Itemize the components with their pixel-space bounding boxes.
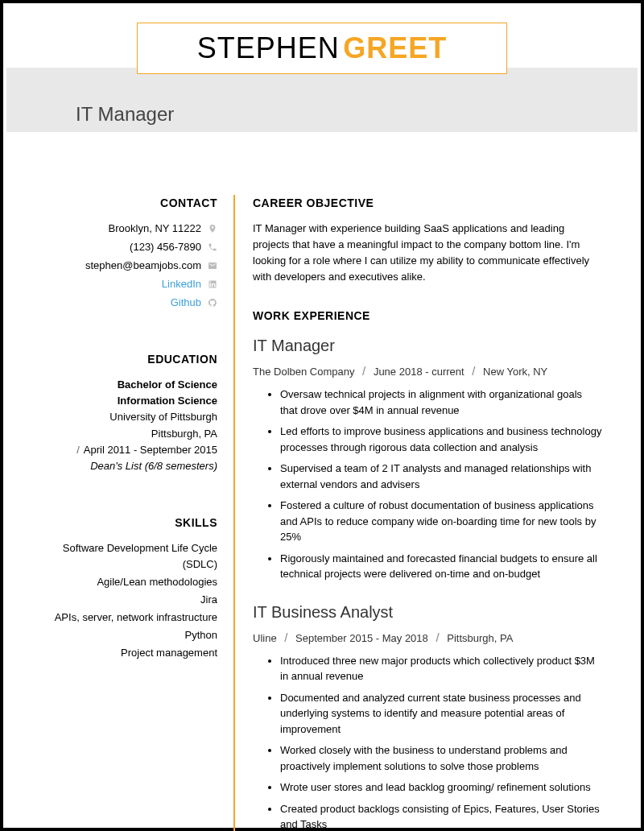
envelope-icon bbox=[208, 261, 217, 271]
first-name: STEPHEN bbox=[197, 31, 340, 64]
edu-field: Information Science bbox=[42, 393, 217, 409]
bullet: Fostered a culture of robust documentati… bbox=[280, 498, 602, 545]
content: STEPHEN GREET IT Manager CONTACT Brookly… bbox=[3, 23, 641, 831]
left-column: CONTACT Brooklyn, NY 11222 (123) 456-789… bbox=[42, 195, 235, 831]
github-icon bbox=[208, 298, 217, 308]
education-section: EDUCATION Bachelor of Science Informatio… bbox=[42, 351, 217, 474]
map-pin-icon bbox=[208, 224, 217, 234]
job-block: IT Manager The Dolben Company / June 201… bbox=[253, 333, 602, 582]
contact-linkedin[interactable]: LinkedIn bbox=[42, 276, 217, 292]
edu-school-location: Pittsburgh, PA bbox=[42, 426, 217, 442]
job-location: Pittsburgh, PA bbox=[447, 632, 513, 644]
job-company: Uline bbox=[253, 632, 277, 644]
edu-school: University of Pittsburgh bbox=[42, 409, 217, 425]
skill-item: Agile/Lean methodologies bbox=[42, 574, 217, 590]
experience-heading: WORK EXPERIENCE bbox=[253, 308, 602, 325]
bullet: Wrote user stores and lead backlog groom… bbox=[280, 779, 602, 796]
job-bullets: Oversaw technical projects in alignment … bbox=[253, 387, 602, 582]
bullet: Worked closely with the business to unde… bbox=[280, 742, 602, 774]
objective-heading: CAREER OBJECTIVE bbox=[253, 195, 602, 213]
skill-item: APIs, server, network infrastructure bbox=[42, 610, 217, 626]
contact-phone-text: (123) 456-7890 bbox=[130, 239, 201, 255]
objective-section: CAREER OBJECTIVE IT Manager with experie… bbox=[253, 195, 602, 285]
bullet: Supervised a team of 2 IT analysts and m… bbox=[280, 461, 602, 492]
phone-icon bbox=[208, 242, 217, 252]
contact-github-text: Github bbox=[171, 295, 201, 311]
columns: CONTACT Brooklyn, NY 11222 (123) 456-789… bbox=[42, 195, 602, 831]
contact-email: stephen@beamjobs.com bbox=[42, 258, 217, 274]
job-meta: The Dolben Company / June 2018 - current… bbox=[253, 362, 602, 380]
contact-section: CONTACT Brooklyn, NY 11222 (123) 456-789… bbox=[42, 195, 217, 311]
contact-heading: CONTACT bbox=[42, 195, 217, 213]
contact-location: Brooklyn, NY 11222 bbox=[42, 221, 217, 237]
name-box: STEPHEN GREET bbox=[137, 23, 507, 74]
skills-section: SKILLS Software Development Life Cycle (… bbox=[42, 515, 217, 662]
bullet: Introduced three new major products whic… bbox=[280, 653, 602, 684]
linkedin-icon bbox=[208, 279, 217, 289]
skill-item: Software Development Life Cycle (SDLC) bbox=[42, 540, 217, 573]
experience-section: WORK EXPERIENCE IT Manager The Dolben Co… bbox=[253, 308, 602, 831]
job-block: IT Business Analyst Uline / September 20… bbox=[253, 600, 602, 831]
skill-item: Project management bbox=[42, 645, 217, 661]
last-name: GREET bbox=[343, 31, 447, 64]
job-meta: Uline / September 2015 - May 2018 / Pitt… bbox=[253, 628, 602, 647]
skill-item: Python bbox=[42, 627, 217, 643]
job-location: New York, NY bbox=[483, 366, 547, 378]
contact-linkedin-text: LinkedIn bbox=[162, 276, 201, 292]
job-dates: June 2018 - current bbox=[374, 366, 464, 378]
edu-honor: Dean's List (6/8 semesters) bbox=[42, 458, 217, 474]
contact-email-text: stephen@beamjobs.com bbox=[85, 258, 201, 274]
contact-github[interactable]: Github bbox=[42, 295, 217, 311]
job-role: IT Business Analyst bbox=[253, 600, 602, 625]
bullet: Led efforts to improve business applicat… bbox=[280, 424, 602, 455]
education-heading: EDUCATION bbox=[42, 351, 217, 369]
contact-location-text: Brooklyn, NY 11222 bbox=[109, 221, 201, 237]
job-role: IT Manager bbox=[253, 333, 602, 358]
skills-heading: SKILLS bbox=[42, 515, 217, 532]
bullet: Created product backlogs consisting of E… bbox=[280, 801, 602, 831]
contact-phone: (123) 456-7890 bbox=[42, 239, 217, 255]
job-dates: September 2015 - May 2018 bbox=[295, 632, 428, 644]
page-title: IT Manager bbox=[76, 103, 174, 126]
job-bullets: Introduced three new major products whic… bbox=[253, 653, 602, 831]
edu-degree: Bachelor of Science bbox=[42, 377, 217, 393]
skills-list: Software Development Life Cycle (SDLC) A… bbox=[42, 540, 217, 662]
edu-dates: April 2011 - September 2015 bbox=[84, 444, 217, 456]
bullet: Rigorously maintained and forecasted fin… bbox=[280, 551, 602, 582]
resume-page: STEPHEN GREET IT Manager CONTACT Brookly… bbox=[0, 0, 644, 831]
skill-item: Jira bbox=[42, 592, 217, 608]
bullet: Documented and analyzed current state bu… bbox=[280, 690, 602, 738]
right-column: CAREER OBJECTIVE IT Manager with experie… bbox=[235, 195, 602, 831]
objective-text: IT Manager with experience building SaaS… bbox=[253, 221, 602, 286]
job-company: The Dolben Company bbox=[253, 366, 354, 378]
bullet: Oversaw technical projects in alignment … bbox=[280, 387, 602, 418]
edu-dates-row: / April 2011 - September 2015 bbox=[42, 442, 217, 458]
